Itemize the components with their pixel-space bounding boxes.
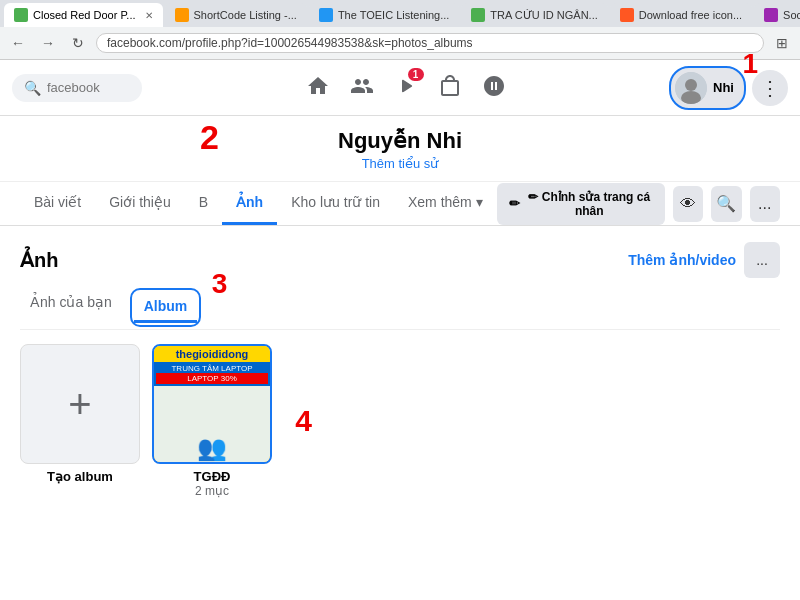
num3-container: Ảnh của bạn bbox=[20, 288, 122, 327]
reload-button[interactable]: ↻ bbox=[66, 31, 90, 55]
profile-name: Nguyễn Nhi bbox=[0, 128, 800, 154]
tgdd-people: 👥 bbox=[154, 386, 270, 464]
people-emoji: 👥 bbox=[197, 434, 227, 462]
num1-container: Nhi 1 bbox=[669, 66, 746, 110]
tgdd-banner: TRUNG TÂM LAPTOP LAPTOP 30% bbox=[154, 362, 270, 386]
fb-search-box[interactable]: 🔍 bbox=[12, 74, 142, 102]
tgdd-laptop-label: LAPTOP 30% bbox=[156, 373, 268, 384]
tab-4[interactable]: TRA CỨU ID NGÂN... bbox=[461, 3, 607, 27]
photo-grid: + Tạo album thegioididong TRUNG TÂM LAPT… bbox=[20, 344, 780, 498]
tab-xemthem[interactable]: Xem thêm ▾ bbox=[394, 182, 497, 225]
tab-label: Closed Red Door P... bbox=[33, 9, 136, 21]
number-2-label: 2 bbox=[200, 118, 219, 157]
album-tab-border: Album 3 bbox=[130, 288, 202, 327]
add-photo-button[interactable]: Thêm ảnh/video bbox=[628, 252, 736, 268]
tab-3[interactable]: The TOEIC Listening... bbox=[309, 3, 459, 27]
search-icon: 🔍 bbox=[24, 80, 41, 96]
tgdd-banner-text: TRUNG TÂM LAPTOP bbox=[156, 364, 268, 373]
extensions-button[interactable]: ⊞ bbox=[770, 31, 794, 55]
photos-more-button[interactable]: ... bbox=[744, 242, 780, 278]
tgdd-album-thumb[interactable]: thegioididong TRUNG TÂM LAPTOP LAPTOP 30… bbox=[152, 344, 272, 464]
edit-label: ✏ Chỉnh sửa trang cá nhân bbox=[526, 190, 653, 218]
tgdd-album-item[interactable]: thegioididong TRUNG TÂM LAPTOP LAPTOP 30… bbox=[152, 344, 272, 498]
tab-favicon-6 bbox=[764, 8, 778, 22]
tab-favicon bbox=[14, 8, 28, 22]
tab-label-4: TRA CỨU ID NGÂN... bbox=[490, 9, 597, 22]
eye-button[interactable]: 👁 bbox=[673, 186, 703, 222]
photos-title: Ảnh bbox=[20, 248, 58, 272]
user-profile-button[interactable]: Nhi bbox=[669, 66, 746, 110]
tab-favicon-4 bbox=[471, 8, 485, 22]
tgdd-sign: thegioididong bbox=[154, 344, 270, 362]
tab-5[interactable]: Download free icon... bbox=[610, 3, 752, 27]
friends-nav-icon[interactable] bbox=[340, 62, 384, 114]
tab-close-icon[interactable]: ✕ bbox=[145, 10, 153, 21]
tab-favicon-3 bbox=[319, 8, 333, 22]
edit-icon: ✏ bbox=[509, 196, 520, 211]
fb-center-nav: 1 bbox=[296, 62, 516, 114]
fb-right-nav: Nhi 1 ⋮ bbox=[669, 66, 788, 110]
number-4-label: 4 bbox=[295, 404, 312, 438]
number-3-label: 3 bbox=[212, 268, 228, 300]
album-name-label: TGĐÐ bbox=[152, 469, 272, 484]
search-input[interactable] bbox=[47, 80, 127, 95]
watch-badge: 1 bbox=[408, 68, 424, 81]
search-profile-button[interactable]: 🔍 bbox=[711, 186, 741, 222]
create-album-thumb[interactable]: + bbox=[20, 344, 140, 464]
nav-bar: ← → ↻ ⊞ bbox=[0, 27, 800, 59]
fb-top-nav: 🔍 1 Nhi 1 bbox=[0, 60, 800, 116]
svg-point-1 bbox=[685, 79, 697, 91]
profile-actions: ✏ ✏ Chỉnh sửa trang cá nhân 👁 🔍 ... bbox=[497, 183, 780, 225]
marketplace-nav-icon[interactable] bbox=[428, 62, 472, 114]
home-nav-icon[interactable] bbox=[296, 62, 340, 114]
address-bar[interactable] bbox=[96, 33, 764, 53]
add-icon: + bbox=[68, 382, 91, 427]
tab-label-3: The TOEIC Listening... bbox=[338, 9, 449, 21]
tab-b[interactable]: B bbox=[185, 182, 222, 225]
tab-2[interactable]: ShortCode Listing -... bbox=[165, 3, 307, 27]
watch-nav-icon[interactable]: 1 bbox=[384, 62, 428, 114]
user-name-label: Nhi bbox=[713, 80, 734, 95]
create-album-item[interactable]: + Tạo album bbox=[20, 344, 140, 498]
tgdd-logo-text: thegioididong bbox=[172, 347, 253, 361]
profile-header: 2 Nguyễn Nhi Thêm tiểu sử Bài viết Giới … bbox=[0, 116, 800, 226]
groups-nav-icon[interactable] bbox=[472, 62, 516, 114]
create-album-label: Tạo album bbox=[20, 469, 140, 484]
tab-kho[interactable]: Kho lưu trữ tin bbox=[277, 182, 394, 225]
photos-header: Ảnh Thêm ảnh/video ... bbox=[20, 242, 780, 278]
tab-label-2: ShortCode Listing -... bbox=[194, 9, 297, 21]
tab-active[interactable]: Closed Red Door P... ✕ bbox=[4, 3, 163, 27]
album-count-label: 2 mục bbox=[152, 484, 272, 498]
sub-tab-album[interactable]: Album bbox=[134, 292, 198, 323]
tab-favicon-5 bbox=[620, 8, 634, 22]
avatar bbox=[675, 72, 707, 104]
tab-favicon-2 bbox=[175, 8, 189, 22]
tab-anh[interactable]: Ảnh bbox=[222, 182, 277, 225]
edit-profile-button[interactable]: ✏ ✏ Chỉnh sửa trang cá nhân bbox=[497, 183, 665, 225]
tgdd-store-image: thegioididong TRUNG TÂM LAPTOP LAPTOP 30… bbox=[154, 344, 270, 464]
browser-chrome: Closed Red Door P... ✕ ShortCode Listing… bbox=[0, 0, 800, 60]
photos-section: Ảnh Thêm ảnh/video ... Ảnh của bạn Album… bbox=[0, 226, 800, 514]
tab-gioithieu[interactable]: Giới thiệu bbox=[95, 182, 185, 225]
more-options-button[interactable]: ... bbox=[750, 186, 780, 222]
photos-sub-tabs: Ảnh của bạn Album 3 bbox=[20, 288, 780, 330]
profile-bio-link[interactable]: Thêm tiểu sử bbox=[0, 156, 800, 171]
profile-tabs: Bài viết Giới thiệu B Ảnh Kho lưu trữ ti… bbox=[0, 181, 800, 225]
forward-button[interactable]: → bbox=[36, 31, 60, 55]
tab-label-5: Download free icon... bbox=[639, 9, 742, 21]
tabs-row: Closed Red Door P... ✕ ShortCode Listing… bbox=[0, 0, 800, 27]
sub-tab-your-photos[interactable]: Ảnh của bạn bbox=[20, 288, 122, 319]
tab-baiviet[interactable]: Bài viết bbox=[20, 182, 95, 225]
number-1-label: 1 bbox=[742, 48, 758, 80]
back-button[interactable]: ← bbox=[6, 31, 30, 55]
tab-label-6: Social Network for... bbox=[783, 9, 800, 21]
tab-6[interactable]: Social Network for... bbox=[754, 3, 800, 27]
photos-header-right: Thêm ảnh/video ... bbox=[628, 242, 780, 278]
